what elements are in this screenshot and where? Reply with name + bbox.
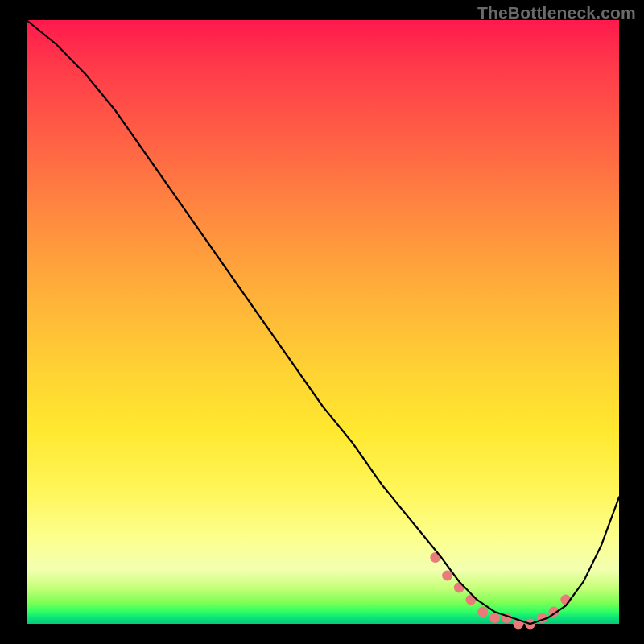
marker-dot [477, 607, 488, 617]
marker-dot [466, 595, 477, 605]
watermark-text: TheBottleneck.com [477, 3, 636, 23]
plot-area [27, 20, 619, 624]
curve-layer [27, 20, 619, 624]
bottleneck-curve-path [27, 20, 619, 624]
chart-frame: TheBottleneck.com [0, 0, 644, 644]
marker-dot [489, 613, 500, 623]
marker-dot [454, 583, 464, 593]
